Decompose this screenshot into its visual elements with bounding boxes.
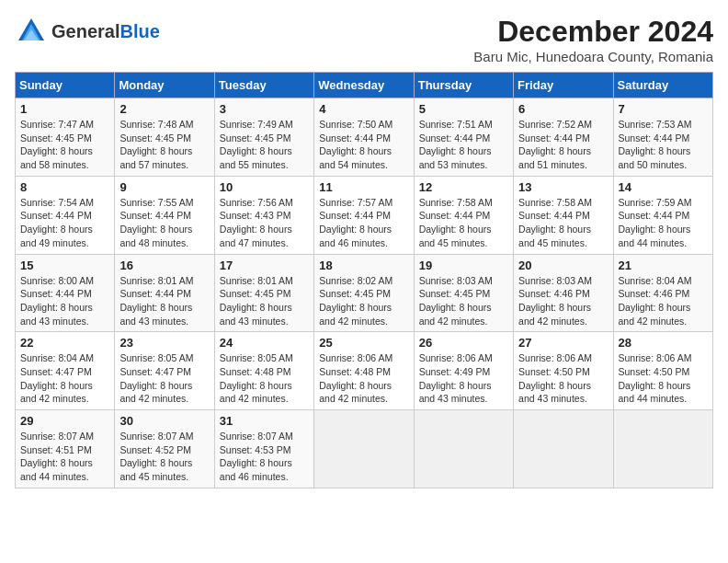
day-number: 4 (319, 102, 408, 116)
sunset-label: Sunset: 4:45 PM (419, 288, 491, 299)
daylight-label: Daylight: 8 hours and 42 minutes. (220, 380, 292, 405)
daylight-label: Daylight: 8 hours and 58 minutes. (20, 145, 93, 170)
day-number: 14 (619, 180, 708, 194)
daylight-label: Daylight: 8 hours and 44 minutes. (20, 457, 93, 482)
day-number: 7 (619, 102, 708, 116)
title-block: December 2024 Baru Mic, Hunedoara County… (473, 15, 713, 64)
calendar-day-cell: 12 Sunrise: 7:58 AM Sunset: 4:44 PM Dayl… (414, 176, 513, 254)
day-number: 30 (119, 414, 209, 428)
calendar-day-cell (314, 410, 414, 488)
day-info: Sunrise: 8:04 AM Sunset: 4:47 PM Dayligh… (20, 351, 109, 406)
calendar-day-cell: 31 Sunrise: 8:07 AM Sunset: 4:53 PM Dayl… (214, 410, 313, 488)
day-info: Sunrise: 8:06 AM Sunset: 4:50 PM Dayligh… (619, 351, 708, 406)
calendar-day-cell (414, 410, 513, 488)
day-info: Sunrise: 8:05 AM Sunset: 4:47 PM Dayligh… (119, 351, 209, 406)
daylight-label: Daylight: 8 hours and 45 minutes. (518, 224, 591, 248)
day-info: Sunrise: 8:00 AM Sunset: 4:44 PM Dayligh… (20, 274, 109, 328)
sunset-label: Sunset: 4:50 PM (518, 366, 590, 377)
calendar-day-cell (613, 410, 712, 488)
daylight-label: Daylight: 8 hours and 50 minutes. (619, 145, 691, 170)
sunrise-label: Sunrise: 8:06 AM (518, 352, 592, 363)
daylight-label: Daylight: 8 hours and 55 minutes. (220, 145, 292, 170)
daylight-label: Daylight: 8 hours and 43 minutes. (20, 302, 93, 327)
sunrise-label: Sunrise: 8:06 AM (619, 352, 692, 363)
daylight-label: Daylight: 8 hours and 53 minutes. (419, 145, 492, 170)
calendar-day-cell: 23 Sunrise: 8:05 AM Sunset: 4:47 PM Dayl… (115, 332, 214, 410)
calendar-day-cell: 21 Sunrise: 8:04 AM Sunset: 4:46 PM Dayl… (613, 254, 712, 332)
sunset-label: Sunset: 4:44 PM (419, 210, 491, 221)
logo: GeneralBlue (15, 15, 160, 48)
calendar-day-cell: 10 Sunrise: 7:56 AM Sunset: 4:43 PM Dayl… (214, 176, 313, 254)
sunset-label: Sunset: 4:45 PM (220, 132, 291, 144)
sunrise-label: Sunrise: 7:49 AM (220, 119, 293, 130)
day-number: 2 (119, 102, 209, 116)
day-info: Sunrise: 7:58 AM Sunset: 4:44 PM Dayligh… (518, 196, 608, 250)
sunrise-label: Sunrise: 7:47 AM (20, 119, 94, 130)
day-number: 27 (518, 336, 608, 350)
day-info: Sunrise: 7:48 AM Sunset: 4:45 PM Dayligh… (119, 118, 209, 172)
day-info: Sunrise: 8:02 AM Sunset: 4:45 PM Dayligh… (319, 274, 408, 328)
sunrise-label: Sunrise: 8:01 AM (220, 275, 293, 286)
sunset-label: Sunset: 4:45 PM (119, 132, 191, 144)
day-number: 18 (319, 259, 408, 272)
logo-general: General (51, 21, 119, 41)
daylight-label: Daylight: 8 hours and 45 minutes. (119, 457, 192, 482)
daylight-label: Daylight: 8 hours and 42 minutes. (319, 380, 392, 405)
daylight-label: Daylight: 8 hours and 44 minutes. (619, 380, 691, 405)
daylight-label: Daylight: 8 hours and 42 minutes. (20, 380, 93, 405)
day-number: 8 (20, 180, 109, 194)
calendar-day-cell: 8 Sunrise: 7:54 AM Sunset: 4:44 PM Dayli… (16, 176, 115, 254)
calendar-day-cell: 19 Sunrise: 8:03 AM Sunset: 4:45 PM Dayl… (414, 254, 513, 332)
sunset-label: Sunset: 4:43 PM (220, 210, 291, 221)
daylight-label: Daylight: 8 hours and 57 minutes. (119, 145, 192, 170)
daylight-label: Daylight: 8 hours and 46 minutes. (220, 457, 292, 482)
sunset-label: Sunset: 4:44 PM (518, 210, 590, 221)
sunset-label: Sunset: 4:51 PM (20, 444, 92, 455)
daylight-label: Daylight: 8 hours and 45 minutes. (419, 224, 492, 248)
day-info: Sunrise: 7:54 AM Sunset: 4:44 PM Dayligh… (20, 196, 109, 250)
sunset-label: Sunset: 4:52 PM (119, 444, 191, 455)
daylight-label: Daylight: 8 hours and 43 minutes. (220, 302, 292, 327)
sunrise-label: Sunrise: 8:06 AM (319, 352, 392, 363)
calendar-day-cell: 3 Sunrise: 7:49 AM Sunset: 4:45 PM Dayli… (214, 98, 313, 177)
sunrise-label: Sunrise: 8:06 AM (419, 352, 493, 363)
calendar-day-cell: 20 Sunrise: 8:03 AM Sunset: 4:46 PM Dayl… (514, 254, 613, 332)
logo-icon (15, 15, 48, 48)
calendar-day-cell: 5 Sunrise: 7:51 AM Sunset: 4:44 PM Dayli… (414, 98, 513, 177)
daylight-label: Daylight: 8 hours and 48 minutes. (119, 224, 192, 248)
sunset-label: Sunset: 4:47 PM (119, 366, 191, 377)
day-of-week-header: Tuesday (214, 73, 313, 98)
day-number: 22 (20, 336, 109, 350)
day-number: 16 (119, 259, 209, 272)
sunset-label: Sunset: 4:48 PM (319, 366, 391, 377)
sunrise-label: Sunrise: 7:57 AM (319, 197, 392, 208)
day-number: 1 (20, 102, 109, 116)
day-of-week-header: Monday (115, 73, 214, 98)
sunrise-label: Sunrise: 8:07 AM (20, 431, 94, 442)
calendar-day-cell: 6 Sunrise: 7:52 AM Sunset: 4:44 PM Dayli… (514, 98, 613, 177)
calendar-header-row: SundayMondayTuesdayWednesdayThursdayFrid… (16, 73, 713, 98)
sunrise-label: Sunrise: 8:01 AM (119, 275, 193, 286)
calendar-week-row: 8 Sunrise: 7:54 AM Sunset: 4:44 PM Dayli… (16, 176, 713, 254)
sunrise-label: Sunrise: 8:02 AM (319, 275, 392, 286)
sunrise-label: Sunrise: 8:07 AM (220, 431, 293, 442)
day-info: Sunrise: 8:04 AM Sunset: 4:46 PM Dayligh… (619, 274, 708, 328)
day-number: 11 (319, 180, 408, 194)
sunset-label: Sunset: 4:44 PM (319, 132, 391, 144)
sunset-label: Sunset: 4:44 PM (619, 210, 690, 221)
sunset-label: Sunset: 4:46 PM (518, 288, 590, 299)
day-info: Sunrise: 8:01 AM Sunset: 4:45 PM Dayligh… (220, 274, 309, 328)
day-info: Sunrise: 7:53 AM Sunset: 4:44 PM Dayligh… (619, 118, 708, 172)
day-number: 5 (419, 102, 508, 116)
day-number: 31 (220, 414, 309, 428)
logo-blue: Blue (119, 21, 159, 41)
calendar-day-cell: 26 Sunrise: 8:06 AM Sunset: 4:49 PM Dayl… (414, 332, 513, 410)
day-number: 15 (20, 259, 109, 272)
day-number: 28 (619, 336, 708, 350)
day-info: Sunrise: 8:05 AM Sunset: 4:48 PM Dayligh… (220, 351, 309, 406)
day-of-week-header: Sunday (16, 73, 115, 98)
sunrise-label: Sunrise: 7:56 AM (220, 197, 293, 208)
day-info: Sunrise: 7:58 AM Sunset: 4:44 PM Dayligh… (419, 196, 508, 250)
day-number: 17 (220, 259, 309, 272)
day-info: Sunrise: 8:03 AM Sunset: 4:46 PM Dayligh… (518, 274, 608, 328)
